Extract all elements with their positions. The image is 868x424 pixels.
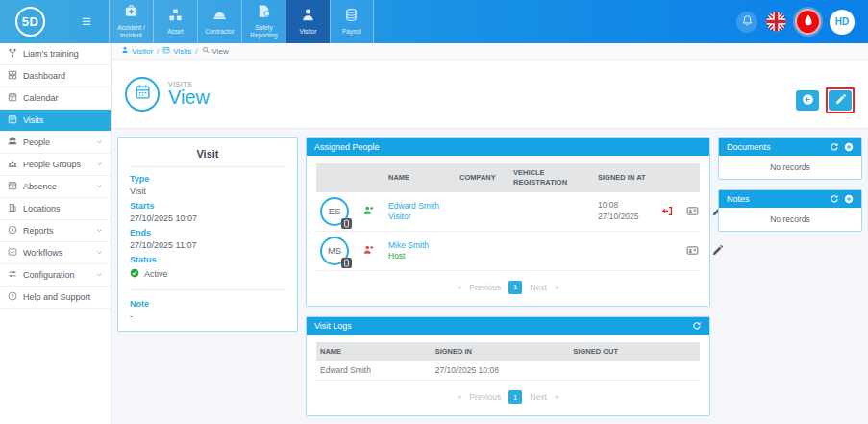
refresh-icon[interactable] — [692, 321, 702, 331]
edit-button[interactable] — [829, 90, 852, 111]
tab-label: Contractor — [204, 28, 235, 36]
sidebar-item-visits[interactable]: Visits — [0, 110, 111, 132]
plus-circle-icon[interactable] — [844, 194, 854, 204]
logo-text: 5D — [15, 7, 45, 37]
page-number[interactable]: 1 — [508, 281, 522, 294]
tab-label: Visitor — [298, 28, 317, 36]
column-header — [316, 173, 359, 183]
assigned-people-header: Assigned People — [307, 138, 709, 156]
sidebar-item-dashboard[interactable]: Dashboard — [0, 65, 111, 87]
sidebar-item-reports[interactable]: Reports — [0, 220, 111, 242]
sidebar-item-calendar[interactable]: Calendar — [0, 87, 111, 110]
assigned-people-title: Assigned People — [314, 142, 380, 152]
avatar: MS — [320, 237, 349, 265]
logo[interactable]: 5D — [0, 0, 45, 43]
person-role: Host — [388, 251, 452, 261]
question-icon: ? — [8, 291, 17, 303]
tab-label: Accident / Incident — [110, 24, 153, 39]
sidebar-item-locations[interactable]: Locations — [0, 198, 111, 220]
phone-badge-icon — [341, 258, 352, 268]
building-icon — [8, 203, 17, 214]
clock-icon — [8, 225, 17, 237]
person-name-link[interactable]: Mike Smith — [388, 240, 452, 251]
breadcrumb-separator: / — [157, 47, 159, 56]
first-page-arrow[interactable]: « — [457, 283, 461, 292]
app-tab-visitor[interactable]: Visitor — [285, 0, 330, 43]
signed-in-at-cell: 10:0827/10/2025 — [594, 195, 657, 228]
sidebar-item-help-and-support[interactable]: ?Help and Support — [0, 287, 111, 309]
sidebar-item-configuration[interactable]: Configuration — [0, 264, 111, 287]
app-window: 5D ≡ Accident / IncidentAssetContractorS… — [0, 0, 868, 424]
contact-card-button[interactable] — [686, 205, 704, 217]
assigned-person-row: ESEdward SmithVisitor10:0827/10/2025 — [316, 192, 700, 232]
first-page-arrow[interactable]: « — [457, 392, 461, 402]
chevron-down-icon — [96, 160, 103, 169]
notifications-button[interactable] — [736, 12, 757, 33]
annotation-highlight — [826, 87, 855, 113]
refresh-icon[interactable] — [830, 142, 839, 152]
app-tab-accident-incident[interactable]: Accident / Incident — [109, 0, 153, 43]
sidebar-item-label: People Groups — [23, 160, 81, 169]
sidebar-item-people[interactable]: People — [0, 132, 111, 154]
tab-label: Asset — [166, 28, 184, 36]
branch-icon — [8, 48, 17, 60]
user-avatar[interactable]: HD — [830, 10, 855, 35]
visit-logs-pagination: « Previous 1 Next » — [316, 381, 700, 408]
page-number[interactable]: 1 — [508, 390, 522, 404]
column-header: SIGNED OUT — [569, 342, 700, 362]
app-tab-payroll[interactable]: Payroll — [330, 0, 374, 43]
app-tab-safety-reporting[interactable]: Safety Reporting — [241, 0, 285, 43]
last-page-arrow[interactable]: » — [555, 392, 559, 402]
person-icon — [121, 46, 129, 56]
column-header — [657, 173, 682, 183]
notes-empty-text: No records — [719, 208, 861, 231]
avatar: ES — [320, 197, 349, 226]
field-value: Visit — [130, 187, 285, 196]
last-page-arrow[interactable]: » — [555, 283, 559, 292]
previous-page-link[interactable]: Previous — [469, 392, 501, 402]
edit-person-button[interactable] — [711, 244, 725, 257]
person-status-icon — [362, 248, 374, 258]
note-label: Note — [130, 299, 285, 309]
check-circle-icon — [130, 268, 139, 280]
language-flag-button[interactable] — [766, 12, 786, 32]
calendar-icon — [8, 114, 17, 126]
sidebar-item-label: Calendar — [23, 93, 59, 103]
sidebar-item-liam-s-training[interactable]: Liam's training — [0, 43, 111, 65]
sidebar-item-absence[interactable]: Absence — [0, 176, 111, 198]
sidebar-item-workflows[interactable]: Workflows — [0, 242, 111, 264]
next-page-link[interactable]: Next — [530, 283, 546, 292]
app-tab-asset[interactable]: Asset — [153, 0, 197, 43]
contact-card-button[interactable] — [686, 244, 704, 257]
breadcrumb-item-visits[interactable]: Visits — [162, 46, 191, 56]
column-header: NAME — [384, 168, 456, 187]
bell-icon — [741, 13, 754, 31]
dashboard-icon — [8, 70, 17, 82]
refresh-icon[interactable] — [830, 194, 839, 204]
sidebar-item-people-groups[interactable]: People Groups — [0, 154, 111, 176]
signed-in-at-cell — [594, 246, 657, 256]
alert-button[interactable] — [795, 9, 821, 35]
field-label: Status — [130, 255, 285, 264]
menu-icon[interactable]: ≡ — [45, 0, 109, 43]
svg-text:?: ? — [12, 293, 14, 299]
next-page-link[interactable]: Next — [530, 392, 546, 402]
documents-header: Documents — [719, 138, 861, 156]
documents-title: Documents — [727, 142, 771, 152]
breadcrumb-item-visitor[interactable]: Visitor — [121, 46, 153, 56]
field-value: Active — [130, 268, 285, 280]
tab-label: Payroll — [341, 28, 362, 36]
breadcrumb-separator: / — [195, 47, 197, 56]
person-name-link[interactable]: Edward Smith — [388, 201, 452, 212]
sidebar-item-label: Absence — [23, 182, 57, 191]
breadcrumb-label: Visits — [173, 47, 191, 56]
magnifier-icon — [202, 46, 210, 56]
first-aid-icon — [124, 4, 138, 22]
back-button[interactable] — [796, 90, 819, 111]
app-tab-contractor[interactable]: Contractor — [197, 0, 241, 43]
tab-label: Safety Reporting — [242, 24, 285, 39]
sign-out-button[interactable] — [661, 205, 679, 217]
previous-page-link[interactable]: Previous — [469, 283, 501, 292]
vehicle-registration-cell — [509, 207, 594, 216]
plus-circle-icon[interactable] — [844, 142, 854, 152]
